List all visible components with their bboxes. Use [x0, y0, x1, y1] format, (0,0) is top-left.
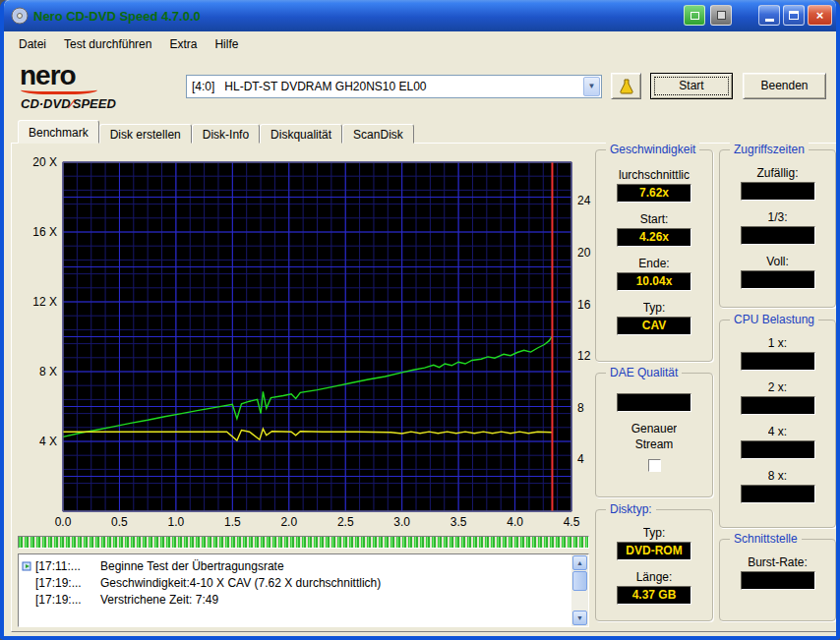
- window-icon: [690, 12, 699, 20]
- nero-logo: nero CD·DVD⁄SPEED: [20, 63, 177, 112]
- group-zugriffszeiten: Zugriffszeiten Zufällig: 1/3: Voll:: [719, 149, 836, 308]
- log-row: [17:19:... Verstrichene Zeit: 7:49: [22, 591, 569, 608]
- menu-datei[interactable]: Datei: [10, 34, 55, 54]
- group-title: CPU Belastung: [730, 313, 818, 326]
- disc-type-value: DVD-ROM: [617, 542, 691, 560]
- cddvdspeed-logo-text: CD·DVD⁄SPEED: [21, 96, 116, 111]
- menu-bar: Datei Test durchführen Extra Hilfe: [4, 31, 836, 57]
- accurate-stream-checkbox[interactable]: [648, 459, 661, 472]
- close-button[interactable]: ×: [808, 5, 832, 26]
- average-label: lurchschnittlic: [619, 168, 690, 182]
- start-button[interactable]: Start: [650, 73, 733, 99]
- log-time: [17:19:...: [35, 593, 100, 607]
- group-title: DAE Qualität: [606, 366, 682, 379]
- maximize-button[interactable]: [783, 5, 805, 26]
- log-row: [17:19:... Geschwindigkeit:4-10 X CAV (7…: [22, 574, 569, 591]
- group-cpu-belastung: CPU Belastung 1 x: 2 x: 4 x: 8 x:: [719, 320, 836, 528]
- cpu-2x-label: 2 x:: [768, 380, 787, 394]
- full-label: Voll:: [766, 255, 789, 268]
- drive-select[interactable]: [4:0] HL-DT-ST DVDRAM GH20NS10 EL00 ▼: [186, 75, 602, 98]
- capture-window-button[interactable]: [684, 5, 705, 26]
- random-access-value: [741, 182, 815, 201]
- tab-diskqualitaet[interactable]: Diskqualität: [260, 124, 342, 144]
- nero-logo-swoosh: [21, 86, 97, 94]
- cpu-1x-label: 1 x:: [768, 336, 787, 350]
- log-time: [17:19:...: [35, 576, 100, 590]
- cpu-4x-label: 4 x:: [768, 425, 787, 438]
- group-geschwindigkeit: Geschwindigkeit lurchschnittlic 7.62x St…: [595, 149, 713, 362]
- menu-extra[interactable]: Extra: [160, 34, 206, 54]
- cpu-4x-value: [741, 440, 815, 459]
- log-text: Verstrichene Zeit: 7:49: [100, 593, 218, 607]
- log-row: [17:11:... Beginne Test der Übertragungs…: [22, 557, 569, 574]
- log-time: [17:11:...: [35, 559, 100, 573]
- burst-rate-label: Burst-Rate:: [748, 555, 808, 569]
- window-title: Nero CD-DVD Speed 4.7.0.0: [33, 9, 201, 24]
- flask-icon: [618, 78, 635, 95]
- scroll-up-icon[interactable]: ▲: [572, 555, 587, 570]
- cpu-2x-value: [741, 396, 815, 415]
- disc-length-label: Länge:: [636, 570, 673, 584]
- group-title: Zugriffszeiten: [730, 143, 809, 156]
- app-window: Nero CD-DVD Speed 4.7.0.0 × Datei Test d…: [0, 0, 840, 640]
- log-scrollbar[interactable]: ▲ ▼: [571, 554, 588, 626]
- tab-strip: Benchmark Disk erstellen Disk-Info Diskq…: [18, 120, 414, 144]
- accurate-stream-label-1: Genauer: [631, 422, 678, 436]
- dae-quality-value: [617, 393, 691, 412]
- tab-disk-erstellen[interactable]: Disk erstellen: [99, 124, 192, 144]
- drive-select-value: [4:0] HL-DT-ST DVDRAM GH20NS10 EL00: [192, 76, 427, 97]
- quit-button[interactable]: Beenden: [743, 73, 826, 99]
- burst-rate-value: [741, 571, 815, 590]
- group-dae-qualitaet: DAE Qualität Genauer Stream: [595, 373, 713, 497]
- options-button[interactable]: [611, 73, 641, 99]
- full-access-value: [741, 270, 815, 289]
- log-text: Beginne Test der Übertragungsrate: [100, 559, 284, 573]
- start-label: Start:: [640, 212, 669, 226]
- start-speed-value: 4.26x: [617, 228, 691, 247]
- disk-icon: [717, 11, 726, 20]
- capture-save-button[interactable]: [710, 5, 732, 26]
- end-speed-value: 10.04x: [617, 272, 691, 291]
- random-label: Zufällig:: [756, 166, 798, 180]
- cpu-8x-label: 8 x:: [768, 469, 787, 483]
- chevron-down-icon[interactable]: ▼: [583, 77, 600, 96]
- log-text: Geschwindigkeit:4-10 X CAV (7.62 X durch…: [100, 576, 381, 590]
- app-cd-icon: [11, 7, 29, 25]
- maximize-icon: [789, 11, 799, 20]
- end-label: Ende:: [638, 257, 669, 270]
- group-schnittstelle: Schnittstelle Burst-Rate:: [719, 539, 836, 621]
- tab-scandisk[interactable]: ScanDisk: [342, 124, 414, 144]
- scroll-down-icon[interactable]: ▼: [572, 611, 587, 625]
- accurate-stream-label-2: Stream: [635, 437, 674, 451]
- minimize-button[interactable]: [758, 5, 780, 26]
- scrollbar-thumb[interactable]: [572, 571, 587, 591]
- cpu-8x-value: [741, 485, 815, 503]
- log-listbox[interactable]: [17:11:... Beginne Test der Übertragungs…: [18, 553, 589, 627]
- disc-type-label: Typ:: [643, 526, 666, 540]
- group-title: Disktyp:: [606, 502, 656, 516]
- group-title: Geschwindigkeit: [606, 143, 699, 156]
- type-label: Typ:: [643, 301, 666, 315]
- menu-test-durchfuehren[interactable]: Test durchführen: [55, 34, 160, 54]
- tab-disk-info[interactable]: Disk-Info: [192, 124, 260, 144]
- third-access-value: [741, 226, 815, 245]
- speed-type-value: CAV: [617, 317, 691, 335]
- group-title: Schnittstelle: [730, 532, 802, 546]
- third-label: 1/3:: [767, 210, 787, 224]
- menu-hilfe[interactable]: Hilfe: [206, 34, 247, 54]
- titlebar: Nero CD-DVD Speed 4.7.0.0 ×: [4, 0, 836, 31]
- group-disktyp: Disktyp: Typ: DVD-ROM Länge: 4.37 GB: [595, 509, 713, 621]
- disc-length-value: 4.37 GB: [617, 586, 691, 605]
- close-icon: ×: [816, 9, 824, 22]
- progress-bar: [18, 536, 589, 549]
- tab-benchmark[interactable]: Benchmark: [18, 120, 99, 144]
- cpu-1x-value: [741, 352, 815, 371]
- minimize-icon: [765, 19, 774, 22]
- log-entry-icon: [22, 561, 33, 571]
- average-speed-value: 7.62x: [617, 184, 691, 203]
